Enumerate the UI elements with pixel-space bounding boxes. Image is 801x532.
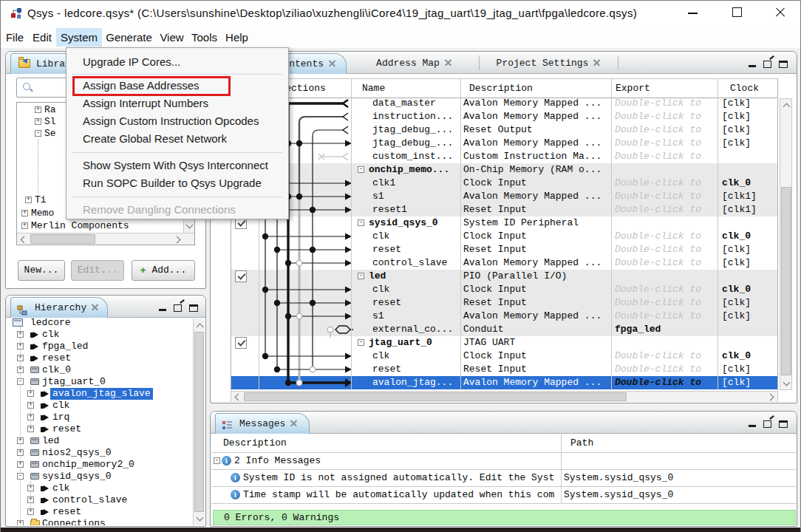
float-panel-icon[interactable] [763,61,771,68]
hierarchy-item[interactable]: +clk [7,329,184,341]
tree-expander[interactable]: - [17,378,24,385]
row-export[interactable]: Double-click to [615,177,720,190]
row-export[interactable]: Double-click to [615,376,720,389]
scroll-right-arrow[interactable] [767,393,776,401]
float-panel-icon[interactable] [174,304,182,312]
row-clock[interactable]: [clk1] [722,190,777,203]
library-tree-expander[interactable]: - [35,130,41,137]
hierarchy-item[interactable]: +onchip_memory2_0 [7,459,184,471]
scroll-down-arrow[interactable] [186,222,193,231]
row-expander[interactable]: - [358,273,364,279]
row-export[interactable]: fpga_led [615,323,720,336]
tree-expander[interactable]: + [17,520,24,525]
hierarchy-item[interactable]: -jtag_uart_0 [7,376,184,388]
row-clock[interactable]: [clk] [722,363,777,376]
hierarchy-item[interactable]: +reset [7,352,184,364]
minimize-button[interactable] [686,5,701,20]
tree-expander[interactable]: + [27,508,34,515]
float-panel-icon[interactable] [763,420,771,428]
menu-item-run-sopc-builder-to-qsys-upgrade[interactable]: Run SOPC Builder to Qsys Upgrade [67,174,287,192]
row-clock[interactable]: clk_0 [722,230,777,243]
hierarchy-item[interactable]: +fpga_led [7,341,184,352]
row-export[interactable]: Double-click to [615,256,720,270]
hierarchy-item[interactable]: +Connections [7,518,184,525]
row-export[interactable]: Double-click to [615,203,720,216]
hierarchy-item[interactable]: +clk [7,482,184,494]
scroll-down-arrow[interactable] [783,380,790,387]
library-tree-item[interactable]: Ra [44,104,56,116]
scroll-up-arrow[interactable] [197,321,203,329]
hscroll-thumb[interactable] [30,234,95,244]
hierarchy-item[interactable]: -sysid_qsys_0 [7,471,184,482]
library-tree-expander[interactable]: + [35,106,41,113]
library-tree-expander[interactable]: + [35,118,41,125]
row-export[interactable]: Double-click to [615,123,720,137]
row-export[interactable]: Double-click to [615,97,720,110]
row-clock[interactable]: [clk1] [722,203,777,216]
minimize-panel-icon[interactable] [749,425,756,427]
hierarchy-item[interactable]: +clk [7,400,184,412]
tree-expander[interactable]: + [17,366,24,373]
hierarchy-item[interactable]: +irq [7,412,184,423]
menubar-item-tools[interactable]: Tools [188,28,221,47]
tab-project-settings[interactable]: Project Settings [481,53,616,74]
maximize-panel-icon[interactable] [189,304,198,312]
minimize-panel-icon[interactable] [749,65,756,67]
vscroll-thumb[interactable] [781,187,791,375]
library-tree-expander[interactable]: + [25,197,32,203]
hierarchy-item[interactable]: +reset [7,423,184,435]
hierarchy-item[interactable]: +led [7,435,184,447]
row-clock[interactable]: clk_0 [722,349,777,363]
row-clock[interactable]: [clk] [722,296,777,310]
row-export[interactable]: Double-click to [615,283,720,296]
tree-expander[interactable]: + [27,426,34,432]
row-clock[interactable]: [clk] [722,110,777,123]
scroll-right-arrow[interactable] [174,235,183,244]
menu-item-assign-interrupt-numbers[interactable]: Assign Interrupt Numbers [67,95,287,112]
hierarchy-item[interactable]: +avalon_jtag_slave [7,388,184,400]
row-expander[interactable]: - [358,339,364,346]
hierarchy-vscrollbar[interactable] [193,318,205,525]
library-tree-expander[interactable]: + [21,210,28,216]
hierarchy-item[interactable]: ledcore [7,318,184,329]
row-clock[interactable]: [clk] [722,243,777,256]
edit-button[interactable]: Edit... [71,260,124,281]
message-row[interactable]: iSystem ID is not assigned automatically… [211,470,796,486]
tree-expander[interactable]: + [17,343,24,349]
scroll-down-arrow[interactable] [197,515,203,522]
menubar-item-view[interactable]: View [156,28,188,47]
tree-expander[interactable]: + [27,402,34,409]
row-export[interactable]: Double-click to [615,349,720,363]
menu-item-create-global-reset-network[interactable]: Create Global Reset Network [67,130,287,148]
close-button[interactable] [773,5,788,20]
tree-expander[interactable]: + [17,331,24,338]
new-button[interactable]: New... [18,260,65,281]
hierarchy-item[interactable]: +reset [7,506,184,518]
library-tree-expander[interactable]: + [21,222,28,229]
row-expander[interactable]: - [358,219,364,226]
hierarchy-item[interactable]: +nios2_qsys_0 [7,447,184,459]
menubar-item-system[interactable]: System [56,28,102,47]
menubar-item-help[interactable]: Help [221,28,253,47]
menu-item-remove-dangling-connections[interactable]: Remove Dangling Connections [67,201,287,219]
row-export[interactable]: Double-click to [615,150,720,163]
contents-hscrollbar[interactable] [231,391,778,402]
row-export[interactable]: Double-click to [615,190,720,203]
hierarchy-item[interactable]: +clk_0 [7,364,184,376]
row-export[interactable]: Double-click to [615,310,720,323]
menu-item-assign-custom-instruction-opcodes[interactable]: Assign Custom Instruction Opcodes [67,112,287,130]
row-clock[interactable]: [clk] [722,123,777,137]
library-tree-item[interactable]: Memo [31,208,54,219]
tree-expander[interactable]: + [27,414,34,420]
row-export[interactable]: Double-click to [615,296,720,310]
row-export[interactable]: Double-click to [615,363,720,376]
tree-expander[interactable]: + [17,461,24,468]
row-clock[interactable]: [clk] [722,376,777,389]
tree-expander[interactable]: + [17,437,24,444]
scroll-left-arrow[interactable] [233,393,242,401]
tree-expander[interactable]: - [17,473,24,480]
row-clock[interactable]: [clk] [722,137,777,150]
row-export[interactable]: Double-click to [615,110,720,123]
library-tree-item[interactable]: Se [44,128,56,140]
menubar-item-edit[interactable]: Edit [28,28,56,47]
